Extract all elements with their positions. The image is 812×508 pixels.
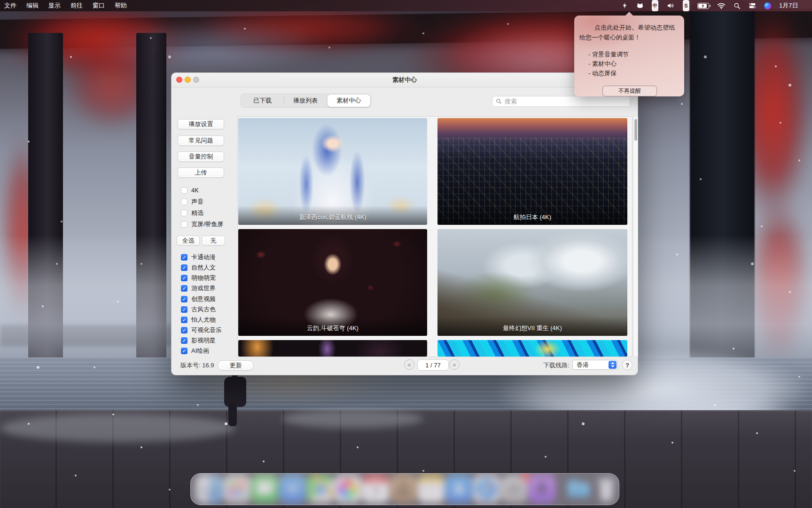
tab-material-center[interactable]: 素材中心 xyxy=(328,95,370,107)
filter-featured-label: 精选 xyxy=(191,209,203,217)
category-movie-stars[interactable]: 影视明星 xyxy=(181,337,216,344)
category-label: 卡通动漫 xyxy=(191,253,216,262)
category-cute-pets[interactable]: 萌物萌宠 xyxy=(181,274,216,281)
finder-running-indicator xyxy=(208,505,210,507)
menu-window[interactable]: 窗口 xyxy=(93,0,105,11)
category-ai-art[interactable]: AI绘画 xyxy=(181,347,209,354)
wallpaper-tile-yun-yun[interactable]: 云韵,斗破苍穹 (4K) xyxy=(238,229,427,336)
select-none-button[interactable]: 无 xyxy=(202,236,225,246)
window-title: 素材中心 xyxy=(172,73,638,87)
next-page-button[interactable]: » xyxy=(449,359,460,370)
wallpaper-app-bolt-icon[interactable] xyxy=(621,0,628,11)
checkbox-checked-icon xyxy=(181,275,187,281)
category-label: 萌物萌宠 xyxy=(191,274,216,282)
popover-feature-screensaver: - 动态屏保 xyxy=(588,69,680,78)
wallpaper-tile-ff7-rebirth[interactable]: 最终幻想VII 重生 (4K) xyxy=(437,229,627,336)
popover-feature-volume: - 背景音量调节 xyxy=(588,50,680,59)
search-field[interactable] xyxy=(492,96,630,107)
faq-button[interactable]: 常见问题 xyxy=(178,135,224,146)
menu-file[interactable]: 文件 xyxy=(4,0,16,11)
filter-sound-checkbox[interactable]: 声音 xyxy=(181,198,203,205)
select-all-button[interactable]: 全选 xyxy=(177,236,200,246)
material-center-window: 素材中心 已下载 播放列表 素材中心 播放设置 常见问题 音量控制 上传 4K … xyxy=(171,72,638,375)
checkbox-checked-icon xyxy=(181,337,187,344)
grid-scrollbar-track[interactable] xyxy=(633,116,638,357)
update-button[interactable]: 更新 xyxy=(218,360,254,371)
filter-4k-checkbox[interactable]: 4K xyxy=(181,187,199,194)
checkbox-icon xyxy=(181,221,187,228)
select-all-label: 全选 xyxy=(182,237,195,245)
filter-widescreen-checkbox[interactable]: 宽屏/带鱼屏 xyxy=(181,221,224,228)
surge-icon[interactable]: S xyxy=(683,0,689,11)
tile-caption: 新泽西cos,碧蓝航线 (4K) xyxy=(238,206,427,225)
filter-sound-label: 声音 xyxy=(191,198,203,206)
volume-icon[interactable] xyxy=(666,0,675,11)
popover-intro-line1: 点击此处开始。希望动态壁纸 xyxy=(579,24,680,32)
tab-downloaded[interactable]: 已下载 xyxy=(241,94,284,107)
spotlight-search-icon[interactable] xyxy=(734,0,741,11)
category-creative-video[interactable]: 创意视频 xyxy=(181,295,216,302)
search-input[interactable] xyxy=(504,97,618,105)
category-label: 怡人尤物 xyxy=(191,316,216,324)
checkbox-checked-icon xyxy=(181,317,187,323)
wifi-icon[interactable] xyxy=(717,0,726,11)
menu-edit[interactable]: 编辑 xyxy=(26,0,39,11)
category-cartoon-anime[interactable]: 卡通动漫 xyxy=(181,254,216,261)
category-nature-culture[interactable]: 自然人文 xyxy=(181,264,216,271)
category-game-world[interactable]: 游戏世界 xyxy=(181,285,216,292)
tab-material-center-label: 素材中心 xyxy=(336,96,361,105)
status-area: 中 S 1月7日 xyxy=(621,0,812,11)
wallpaper-tile-partial-right[interactable] xyxy=(437,340,627,357)
tab-playlist-label: 播放列表 xyxy=(293,96,318,105)
menu-bar-date[interactable]: 1月7日 xyxy=(779,1,798,10)
filter-featured-checkbox[interactable]: 精选 xyxy=(181,209,203,216)
input-source-icon[interactable]: 中 xyxy=(652,0,658,11)
volume-control-label: 音量控制 xyxy=(189,152,213,161)
wallpaper-tile-azur-lane-cos[interactable]: 新泽西cos,碧蓝航线 (4K) xyxy=(238,118,427,225)
volume-control-button[interactable]: 音量控制 xyxy=(178,151,224,162)
battery-icon[interactable] xyxy=(697,0,709,11)
tab-playlist[interactable]: 播放列表 xyxy=(284,94,327,107)
popover-feature-material-center: - 素材中心 xyxy=(588,60,680,68)
playback-settings-label: 播放设置 xyxy=(189,120,213,128)
menu-help[interactable]: 帮助 xyxy=(115,0,127,11)
select-none-label: 无 xyxy=(211,237,217,245)
menu-view[interactable]: 显示 xyxy=(48,0,61,11)
category-ancient-style[interactable]: 古风古色 xyxy=(181,306,216,313)
segment-divider xyxy=(284,97,284,104)
wallpaper-seated-person-legs xyxy=(228,404,237,426)
menu-bar: 文件 编辑 显示 前往 窗口 帮助 中 S xyxy=(0,0,812,11)
upload-button[interactable]: 上传 xyxy=(178,167,224,178)
checkbox-checked-icon xyxy=(181,296,187,302)
category-label: AI绘画 xyxy=(191,347,209,355)
wallpaper-tile-aerial-japan[interactable]: 航拍日本 (4K) xyxy=(437,118,627,225)
dont-remind-button[interactable]: 不再提醒 xyxy=(602,86,657,96)
grid-scrollbar-thumb[interactable] xyxy=(634,119,637,141)
wallpaper-tile-partial-left[interactable] xyxy=(238,340,427,357)
category-pleasing-beauty[interactable]: 怡人尤物 xyxy=(181,316,216,323)
tab-segmented-control: 已下载 播放列表 素材中心 xyxy=(241,94,371,108)
category-label: 影视明星 xyxy=(191,336,216,345)
playback-settings-button[interactable]: 播放设置 xyxy=(178,119,224,129)
proxy-cat-icon[interactable] xyxy=(636,0,644,11)
title-bar[interactable]: 素材中心 xyxy=(172,73,638,87)
download-line-select[interactable]: 香港 xyxy=(572,360,617,370)
siri-icon[interactable] xyxy=(764,2,771,9)
tile-thumbnail xyxy=(437,340,627,357)
menu-go[interactable]: 前往 xyxy=(70,0,83,11)
prev-page-button[interactable]: « xyxy=(404,359,414,370)
popover-intro-line2: 给您一个暖心的桌面！ xyxy=(579,33,680,42)
tile-thumbnail xyxy=(238,340,427,357)
page-indicator[interactable]: 1 / 77 xyxy=(417,359,449,371)
control-center-icon[interactable] xyxy=(749,0,756,11)
filter-widescreen-label: 宽屏/带鱼屏 xyxy=(191,220,224,229)
help-icon: ? xyxy=(625,362,629,369)
wallpaper-snow-dust xyxy=(0,414,235,442)
downloader-running-indicator xyxy=(541,505,543,507)
help-button[interactable]: ? xyxy=(622,360,632,370)
menu-items: 文件 编辑 显示 前往 窗口 帮助 xyxy=(0,0,127,11)
category-visual-music[interactable]: 可视化音乐 xyxy=(181,326,222,333)
page-indicator-value: 1 / 77 xyxy=(425,362,441,369)
wallpaper-seated-person xyxy=(224,377,246,407)
category-label: 创意视频 xyxy=(191,295,216,303)
